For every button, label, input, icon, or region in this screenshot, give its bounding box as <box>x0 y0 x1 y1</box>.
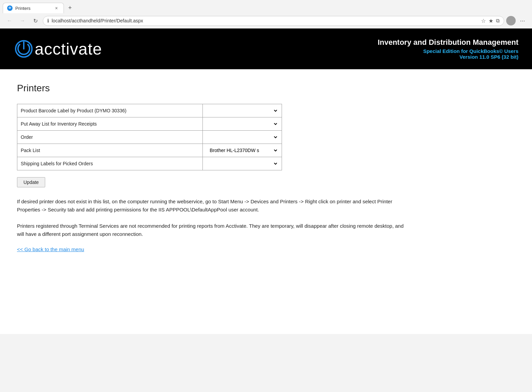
printer-label: Pack List <box>17 144 203 157</box>
header-title: Inventory and Distribution Management <box>378 38 518 47</box>
security-info-icon[interactable]: ℹ <box>47 18 49 23</box>
tab-close-button[interactable]: × <box>53 5 59 11</box>
printer-select[interactable] <box>206 159 278 168</box>
printer-select[interactable]: Brother HL-L2370DW s <box>206 146 278 155</box>
site-header: acctivate Inventory and Distribution Man… <box>0 29 532 69</box>
printer-label: Put Away List for Inventory Receipts <box>17 117 203 131</box>
forward-button[interactable]: → <box>17 15 28 26</box>
main-content: Printers Product Barcode Label by Produc… <box>0 69 532 266</box>
printer-table-row: Shipping Labels for Picked Orders <box>17 157 282 170</box>
more-options-button[interactable]: ··· <box>517 15 528 26</box>
printer-label: Shipping Labels for Picked Orders <box>17 157 203 170</box>
active-tab[interactable]: Printers × <box>3 3 64 13</box>
printer-label: Product Barcode Label by Product (DYMO 3… <box>17 104 203 117</box>
back-to-main-link[interactable]: << Go back to the main menu <box>17 246 84 252</box>
acctivate-logo: acctivate <box>14 37 136 61</box>
printer-select-cell <box>203 117 282 131</box>
page-wrapper: acctivate Inventory and Distribution Man… <box>0 29 532 334</box>
printers-table: Product Barcode Label by Product (DYMO 3… <box>17 104 282 170</box>
browser-chrome: Printers × + ← → ↻ ℹ localhost/accthandh… <box>0 0 532 29</box>
printer-table-row: Order <box>17 131 282 144</box>
printer-select[interactable] <box>206 106 278 115</box>
header-subtitle: Special Edition for QuickBooks© Users <box>378 48 518 54</box>
printer-select-cell: Brother HL-L2370DW s <box>203 144 282 157</box>
toolbar-actions: ··· <box>506 15 528 26</box>
favorites-icon[interactable]: ★ <box>489 18 493 24</box>
printer-select-cell <box>203 157 282 170</box>
add-to-favorites-icon[interactable]: ☆ <box>481 18 486 24</box>
tab-favicon <box>7 5 13 11</box>
address-bar[interactable]: ℹ localhost/accthandheld/Printer/Default… <box>43 16 504 26</box>
printer-table-row: Product Barcode Label by Product (DYMO 3… <box>17 104 282 117</box>
info-text-2: Printers registered through Terminal Ser… <box>17 222 411 238</box>
printer-table-row: Pack ListBrother HL-L2370DW s <box>17 144 282 157</box>
back-button[interactable]: ← <box>4 15 15 26</box>
printer-select[interactable] <box>206 133 278 142</box>
printer-table-row: Put Away List for Inventory Receipts <box>17 117 282 131</box>
info-text-1: If desired printer does not exist in thi… <box>17 198 411 214</box>
printer-select[interactable] <box>206 119 278 128</box>
printer-label: Order <box>17 131 203 144</box>
svg-text:acctivate: acctivate <box>35 40 102 58</box>
header-version: Version 11.0 SP6 (32 bit) <box>378 54 518 60</box>
printer-select-cell <box>203 131 282 144</box>
url-text: localhost/accthandheld/Printer/Default.a… <box>52 18 478 23</box>
user-avatar[interactable] <box>506 16 516 25</box>
tab-title: Printers <box>15 6 51 11</box>
new-tab-button[interactable]: + <box>65 3 75 13</box>
tab-bar: Printers × + <box>0 0 532 13</box>
header-info: Inventory and Distribution Management Sp… <box>378 38 518 60</box>
nav-bar: ← → ↻ ℹ localhost/accthandheld/Printer/D… <box>0 13 532 28</box>
printer-select-cell <box>203 104 282 117</box>
refresh-button[interactable]: ↻ <box>30 15 41 26</box>
collections-icon[interactable]: ⧉ <box>496 18 500 24</box>
update-button[interactable]: Update <box>17 177 45 187</box>
page-title: Printers <box>17 83 515 94</box>
logo-area: acctivate <box>14 37 136 61</box>
